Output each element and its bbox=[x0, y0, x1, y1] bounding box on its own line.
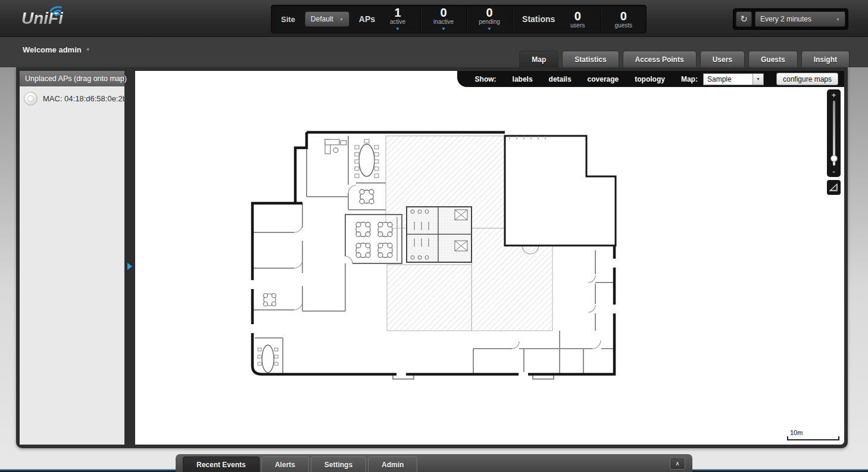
chevron-down-icon: ▼ bbox=[86, 47, 90, 52]
chevron-down-icon: ▼ bbox=[753, 74, 763, 85]
map-select-dropdown[interactable]: Sample ▼ bbox=[703, 73, 764, 85]
map-canvas[interactable]: Show: labels details coverage topology M… bbox=[135, 71, 844, 445]
reception-desk bbox=[325, 139, 346, 154]
scale-bar bbox=[787, 436, 839, 440]
map-label: Map: bbox=[681, 75, 698, 83]
chevron-down-icon: ▼ bbox=[836, 17, 840, 21]
aps-label: APs bbox=[359, 14, 375, 24]
configure-maps-button[interactable]: configure maps bbox=[776, 73, 838, 85]
workspace: Unplaced APs (drag onto map) MAC: 04:18:… bbox=[0, 67, 868, 472]
chevron-down-icon: ▼ bbox=[339, 17, 344, 21]
stat-stations-guests: 0 guests bbox=[610, 10, 636, 29]
round-table-room bbox=[360, 190, 374, 204]
sidebar-header: Unplaced APs (drag onto map) bbox=[20, 71, 124, 86]
collapse-panel-button[interactable]: ∧ bbox=[670, 457, 685, 470]
unplaced-aps-sidebar: Unplaced APs (drag onto map) MAC: 04:18:… bbox=[20, 71, 124, 445]
restroom-core bbox=[407, 207, 472, 262]
unplaced-ap-item[interactable]: MAC: 04:18:d6:58:0e:2b bbox=[24, 92, 120, 105]
stat-name: inactive bbox=[433, 18, 454, 25]
floor-plan[interactable] bbox=[250, 126, 619, 384]
show-option-labels[interactable]: labels bbox=[513, 75, 533, 83]
chevron-right-icon[interactable] bbox=[127, 263, 132, 270]
conference-room bbox=[355, 139, 379, 178]
welcome-admin-menu[interactable]: Welcome admin ▼ bbox=[23, 45, 90, 54]
ap-mac-label: MAC: 04:18:d6:58:0e:2b bbox=[43, 94, 127, 103]
stat-name: guests bbox=[615, 22, 632, 29]
show-option-topology[interactable]: topology bbox=[635, 75, 665, 83]
tab-statistics[interactable]: Statistics bbox=[562, 51, 619, 67]
stat-separator bbox=[420, 8, 421, 30]
show-option-coverage[interactable]: coverage bbox=[588, 75, 619, 83]
stat-separator bbox=[600, 8, 601, 30]
stat-name: pending bbox=[479, 18, 500, 25]
oval-conference-table bbox=[255, 338, 283, 375]
welcome-bar: Welcome admin ▼ Map Statistics Access Po… bbox=[0, 37, 868, 67]
stat-separator bbox=[466, 8, 467, 30]
stations-label: Stations bbox=[522, 14, 555, 24]
show-label: Show: bbox=[475, 75, 497, 83]
scale-label: 10m bbox=[790, 429, 839, 436]
caret-down-icon: ▼ bbox=[441, 26, 446, 32]
stat-stations-users: 0 users bbox=[564, 10, 591, 29]
stat-value: 0 bbox=[486, 7, 492, 18]
top-header: UniFi Site Default ▼ APs 1 active ▼ 0 in… bbox=[0, 0, 868, 37]
tab-map[interactable]: Map bbox=[519, 51, 558, 67]
zoom-control: + - bbox=[827, 89, 841, 177]
zoom-in-button[interactable]: + bbox=[832, 91, 836, 99]
stat-value: 1 bbox=[394, 7, 401, 18]
show-option-details[interactable]: details bbox=[549, 75, 572, 83]
caret-down-icon: ▼ bbox=[487, 26, 492, 32]
stat-aps-active[interactable]: 1 active ▼ bbox=[385, 7, 411, 32]
refresh-panel: ↻ Every 2 minutes ▼ bbox=[733, 8, 848, 30]
unifi-logo: UniFi bbox=[21, 9, 87, 28]
content-frame: Unplaced APs (drag onto map) MAC: 04:18:… bbox=[16, 67, 848, 448]
stats-panel: Site Default ▼ APs 1 active ▼ 0 inactive… bbox=[271, 5, 647, 33]
set-scale-button[interactable] bbox=[827, 180, 841, 195]
refresh-button[interactable]: ↻ bbox=[736, 11, 752, 27]
scale-indicator: 10m bbox=[787, 429, 839, 440]
zoom-slider[interactable] bbox=[833, 101, 835, 166]
stat-separator bbox=[512, 8, 513, 30]
footer-tab-settings[interactable]: Settings bbox=[311, 457, 366, 472]
refresh-icon: ↻ bbox=[740, 14, 748, 24]
main-tabs: Map Statistics Access Points Users Guest… bbox=[519, 51, 850, 67]
footer-tab-alerts[interactable]: Alerts bbox=[261, 457, 309, 472]
chevron-up-icon: ∧ bbox=[675, 460, 679, 467]
refresh-interval-value: Every 2 minutes bbox=[760, 15, 811, 23]
tab-access-points[interactable]: Access Points bbox=[623, 51, 697, 67]
stat-value: 0 bbox=[620, 10, 627, 22]
stat-value: 0 bbox=[574, 10, 581, 22]
footer-bar: Recent Events Alerts Settings Admin ∧ bbox=[176, 454, 692, 472]
small-round-table bbox=[264, 294, 276, 306]
sidebar-body: MAC: 04:18:d6:58:0e:2b bbox=[20, 86, 124, 445]
stat-aps-inactive[interactable]: 0 inactive ▼ bbox=[430, 7, 457, 32]
footer-tab-recent-events[interactable]: Recent Events bbox=[183, 457, 260, 472]
sidebar-divider bbox=[124, 71, 135, 445]
ruler-icon bbox=[829, 184, 838, 191]
zoom-out-button[interactable]: - bbox=[832, 167, 835, 175]
footer-tab-admin[interactable]: Admin bbox=[368, 457, 417, 472]
ap-device-icon bbox=[24, 92, 38, 105]
stat-name: users bbox=[570, 22, 585, 29]
map-toolbar: Show: labels details coverage topology M… bbox=[457, 71, 844, 87]
zoom-slider-knob[interactable] bbox=[830, 155, 838, 162]
tab-insight[interactable]: Insight bbox=[801, 51, 850, 67]
stat-name: active bbox=[390, 18, 405, 25]
site-dropdown[interactable]: Default ▼ bbox=[305, 11, 349, 27]
caret-down-icon: ▼ bbox=[395, 26, 400, 32]
tab-users[interactable]: Users bbox=[700, 51, 745, 67]
wifi-arcs-icon bbox=[46, 5, 67, 18]
stat-aps-pending[interactable]: 0 pending ▼ bbox=[476, 7, 502, 32]
tab-guests[interactable]: Guests bbox=[748, 51, 798, 67]
large-room bbox=[505, 136, 616, 246]
site-label: Site bbox=[281, 15, 295, 24]
stat-value: 0 bbox=[440, 7, 447, 18]
map-select-value: Sample bbox=[704, 75, 753, 83]
refresh-interval-dropdown[interactable]: Every 2 minutes ▼ bbox=[755, 11, 845, 27]
welcome-admin-label: Welcome admin bbox=[23, 45, 82, 54]
site-dropdown-value: Default bbox=[311, 15, 333, 23]
